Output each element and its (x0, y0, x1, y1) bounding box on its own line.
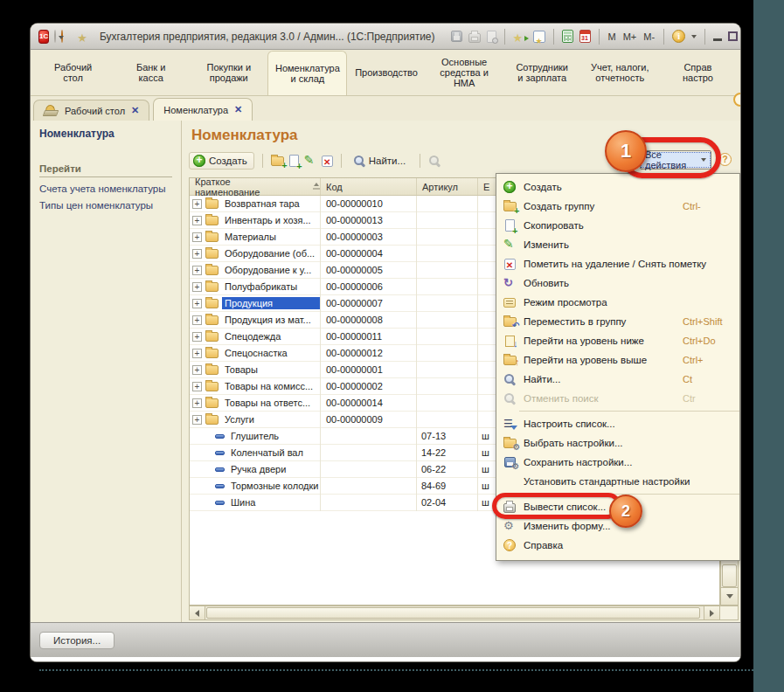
ribbon-tab[interactable]: Производство (347, 50, 425, 95)
info-icon[interactable] (672, 30, 685, 43)
expand-icon[interactable] (192, 199, 202, 209)
name-cell: Услуги (190, 413, 321, 426)
ribbon-tab[interactable]: Банк и касса (112, 50, 190, 95)
find-button[interactable]: Найти... (350, 153, 412, 169)
history-button[interactable]: История... (39, 632, 114, 649)
close-icon[interactable] (234, 104, 242, 115)
app-window: 1С Бухгалтерия предприятия, редакция 3.0… (31, 24, 740, 661)
scroll-right-button[interactable] (704, 606, 719, 619)
chevron-down-icon[interactable] (691, 35, 697, 38)
name-cell: Инвентарь и хозя... (190, 214, 321, 226)
ribbon-tab[interactable]: Основные средства и НМА (426, 50, 503, 95)
close-icon[interactable] (131, 105, 139, 116)
expand-icon[interactable] (192, 249, 202, 259)
move-to-group-icon (503, 317, 517, 327)
ribbon-tab[interactable]: Справ настро (659, 50, 737, 95)
column-header-article[interactable]: Артикул (417, 178, 478, 195)
memory-button[interactable]: M+ (622, 31, 638, 42)
expand-icon[interactable] (192, 315, 202, 325)
menu-item[interactable]: Выбрать настройки... (496, 433, 739, 453)
scroll-down-button[interactable] (721, 587, 738, 605)
column-label: Код (326, 182, 343, 192)
annotation-step-2-badge: 2 (609, 495, 642, 528)
print-preview-icon[interactable] (487, 31, 496, 43)
code-cell: 00-00000006 (321, 281, 417, 292)
document-tab[interactable]: Номенклатура (153, 98, 253, 121)
save-icon[interactable] (451, 31, 462, 42)
expand-icon[interactable] (192, 299, 202, 308)
copy-icon[interactable] (289, 155, 299, 167)
calendar-day: 31 (581, 34, 588, 42)
system-menu-icon[interactable] (54, 30, 56, 43)
row-name: Товары на комисс... (222, 380, 321, 392)
menu-item[interactable]: Создать (496, 177, 739, 197)
expand-icon[interactable] (192, 216, 202, 225)
menu-item[interactable]: Перейти на уровень нижеCtrl+Do (496, 331, 739, 350)
item-icon (215, 451, 225, 455)
minimize-button[interactable] (713, 38, 722, 41)
ribbon-tab[interactable]: Учет, налоги, отчетность (581, 50, 659, 95)
scroll-left-button[interactable] (190, 606, 205, 619)
ribbon-tab[interactable]: Номенклатура и склад (267, 51, 347, 95)
menu-item[interactable]: Создать группуCtrl- (496, 197, 739, 216)
menu-item[interactable]: Изменить (496, 235, 739, 254)
menu-item[interactable]: Настроить список... (496, 414, 739, 433)
maximize-button[interactable] (728, 31, 738, 41)
column-header-name[interactable]: Краткое наименование (190, 178, 321, 195)
expand-icon[interactable] (192, 415, 202, 425)
divider (663, 29, 664, 45)
mark-delete-icon[interactable] (322, 156, 333, 167)
expand-icon[interactable] (192, 382, 202, 391)
ribbon-tab[interactable]: Сотрудники и зарплата (503, 50, 581, 95)
favorites-star-icon[interactable] (77, 30, 87, 44)
menu-item[interactable]: Переместить в группуCtrl+Shift (496, 312, 739, 331)
menu-item[interactable]: Перейти на уровень вышеCtrl+ (496, 350, 739, 370)
menu-item[interactable]: Пометить на удаление / Снять пометку (496, 254, 739, 273)
divider (704, 29, 705, 45)
menu-item[interactable]: Найти...Ct (496, 370, 739, 389)
menu-item[interactable]: Установить стандартные настройки (496, 472, 739, 491)
divider (262, 154, 263, 168)
memory-button[interactable]: M- (642, 31, 656, 42)
horizontal-scroll-thumb[interactable] (206, 607, 700, 619)
menu-item[interactable]: Обновить (496, 273, 739, 293)
expand-icon[interactable] (192, 232, 202, 242)
calculator-icon[interactable] (562, 30, 573, 43)
calendar-icon[interactable]: 31 (579, 30, 591, 43)
cancel-find-icon[interactable] (428, 155, 441, 167)
expand-icon[interactable] (192, 282, 202, 292)
horizontal-scrollbar[interactable] (189, 606, 720, 620)
ribbon-tab[interactable]: Покупки и продажи (190, 50, 267, 95)
create-group-icon (503, 202, 517, 211)
ribbon-tab[interactable]: Рабочий стол (34, 50, 112, 95)
menu-item[interactable]: Сохранить настройки... (496, 453, 739, 472)
row-name: Ручка двери (228, 463, 321, 475)
expand-icon[interactable] (192, 398, 202, 408)
sidebar-link[interactable]: Типы цен номенклатуры (39, 200, 172, 211)
menu-item-shortcut: Ctrl- (683, 201, 701, 211)
configure-list-icon (503, 418, 517, 430)
menu-item[interactable]: Скопировать (496, 216, 739, 235)
add-to-favorites-icon[interactable] (513, 30, 527, 44)
desk-icon (44, 105, 59, 116)
create-group-icon[interactable] (271, 156, 284, 166)
expand-icon[interactable] (192, 332, 202, 342)
vertical-scroll-thumb[interactable] (722, 564, 737, 587)
item-icon (215, 467, 225, 472)
menu-item[interactable]: Режим просмотра (496, 293, 739, 312)
expand-icon[interactable] (192, 266, 202, 275)
annotation-step-1-badge: 1 (605, 130, 647, 172)
expand-icon[interactable] (192, 349, 202, 358)
favorites-icon[interactable] (533, 31, 545, 43)
document-tab[interactable]: Рабочий стол (33, 100, 149, 121)
create-button[interactable]: Создать (189, 152, 254, 170)
menu-item[interactable]: Справка (496, 536, 739, 555)
print-icon[interactable] (468, 33, 481, 43)
folder-icon (205, 349, 219, 358)
toolbar: Создать Найти... (189, 150, 441, 171)
column-header-code[interactable]: Код (321, 178, 417, 195)
sidebar-link[interactable]: Счета учета номенклатуры (39, 183, 172, 194)
memory-button[interactable]: M (607, 31, 617, 42)
edit-icon[interactable] (304, 155, 316, 167)
expand-icon[interactable] (192, 365, 202, 375)
